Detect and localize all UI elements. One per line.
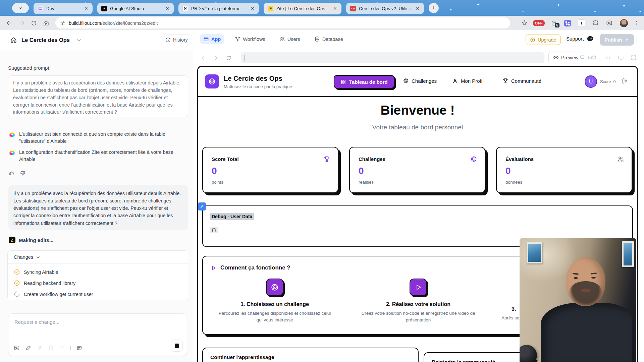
user-avatar[interactable]: U: [585, 75, 597, 88]
preview-toggle-button[interactable]: Preview: [548, 52, 583, 63]
thumbs-up-icon[interactable]: [9, 170, 14, 176]
comment-icon[interactable]: [76, 345, 82, 351]
history-button[interactable]: History: [161, 35, 192, 45]
image-icon[interactable]: [14, 345, 20, 351]
score-badge: Score: 0: [600, 79, 616, 84]
purple-extension-icon[interactable]: [564, 20, 571, 26]
status-row: Making edits...: [9, 237, 53, 243]
nav-mon-profil[interactable]: Mon Profil: [452, 78, 484, 84]
edit-toggle-button[interactable]: Edit: [580, 54, 596, 60]
lightning-bolt-icon: [625, 38, 629, 42]
tab-app-label: App: [211, 37, 221, 42]
browser-tab-cercle-v2[interactable]: Cercle des Ops v2: Utilisa ✕: [346, 3, 424, 14]
support-button[interactable]: Support: [566, 35, 594, 42]
person-body: [541, 303, 632, 362]
responsive-device-icon[interactable]: [618, 55, 624, 61]
changes-header[interactable]: Changes: [8, 251, 188, 264]
workspace-title[interactable]: Le Cercle des Ops: [21, 37, 70, 43]
change-label: Reading backend library: [24, 281, 75, 286]
check-circle-icon: [14, 269, 20, 275]
nav-challenges[interactable]: Challenges: [403, 78, 437, 84]
brush-icon[interactable]: [25, 345, 32, 351]
tab-close-icon[interactable]: ✕: [415, 5, 421, 11]
site-info-icon[interactable]: [60, 20, 65, 26]
change-label: Create workflow get current user: [24, 292, 93, 297]
tab-close-icon[interactable]: ✕: [164, 5, 170, 11]
browser-tab-dev[interactable]: Dev ✕: [34, 3, 93, 14]
learning-card: Continuer l'apprentissage: [202, 348, 419, 362]
suggested-prompt-card[interactable]: Il y a un problème avec la récupération …: [8, 75, 188, 117]
text-icon-faded[interactable]: [59, 345, 65, 351]
assistant-result-row: L'utilisateur est bien connecté et que s…: [9, 131, 186, 144]
person-beard: [569, 281, 602, 305]
changes-card: Changes Syncing Airtable Reading backend…: [7, 250, 188, 300]
nav-tableau-de-bord[interactable]: Tableau de bord: [334, 75, 394, 88]
workspace-home-icon[interactable]: [10, 37, 17, 44]
mic-icon-faded[interactable]: [37, 345, 43, 351]
thumbs-down-icon[interactable]: [20, 170, 25, 176]
browser-tab-zite-active[interactable]: Zite | Le Cercle des Ops ✕: [264, 3, 341, 14]
url-domain: build.fillout.com: [69, 20, 101, 26]
tab-database[interactable]: Database: [311, 34, 346, 44]
preview-forward-icon[interactable]: [213, 55, 219, 61]
url-text: build.fillout.com/editor/zite/i8scnms2qz…: [69, 20, 158, 26]
home-icon[interactable]: [43, 20, 49, 26]
puzzle-icon[interactable]: [592, 20, 599, 26]
ai-studio-favicon-icon: [101, 6, 107, 11]
users-icon: [279, 36, 285, 42]
tab-close-icon[interactable]: ✕: [83, 5, 89, 11]
workspace-chevron-down-icon[interactable]: [76, 38, 82, 43]
browser-profile-avatar[interactable]: [620, 19, 628, 27]
publish-label: Publish: [604, 37, 622, 43]
preview-reload-icon[interactable]: [226, 55, 231, 61]
tab-search-button[interactable]: [12, 3, 29, 13]
tab-users[interactable]: Users: [276, 34, 304, 44]
stat-label: Score Total: [212, 156, 239, 162]
play-icon: [410, 279, 427, 296]
changes-label: Changes: [14, 254, 33, 260]
off-extension-badge[interactable]: OFF: [533, 20, 545, 26]
ghost-extension-icon[interactable]: 6: [551, 20, 557, 26]
tab-app[interactable]: App: [200, 34, 224, 44]
stop-button[interactable]: [171, 340, 183, 352]
logout-icon[interactable]: [622, 78, 628, 84]
browser-tab-ai-studio[interactable]: Google AI Studio ✕: [97, 3, 174, 14]
tab-close-icon[interactable]: ✕: [332, 5, 338, 11]
reload-icon[interactable]: [31, 20, 37, 26]
target-icon: [266, 279, 283, 296]
request-change-input[interactable]: [8, 314, 187, 334]
nav-communaute[interactable]: Communauté: [502, 78, 541, 84]
stat-label: Évaluations: [505, 156, 534, 162]
fullscreen-icon[interactable]: [631, 55, 637, 61]
screen-share-icon[interactable]: [606, 20, 612, 26]
preview-address-bar[interactable]: [241, 52, 544, 63]
element-selection-badge[interactable]: [198, 202, 206, 210]
forward-icon[interactable]: [18, 20, 25, 26]
browser-menu-icon[interactable]: ⋮: [634, 20, 639, 26]
debug-title[interactable]: Debug - User Data: [210, 213, 254, 220]
extension-counter-badge: 6: [555, 23, 559, 27]
tab-workflows-label: Workflows: [243, 37, 265, 42]
url-bar[interactable]: build.fillout.com/editor/zite/i8scnms2qz…: [55, 17, 510, 28]
code-icon[interactable]: [605, 55, 611, 61]
preview-back-icon[interactable]: [201, 55, 206, 61]
browser-tab-prd[interactable]: PRD v2 de la plateforme ✕: [178, 3, 259, 14]
edit-toggle-label: Edit: [588, 55, 596, 60]
preview-toolbar: Preview Edit: [193, 50, 644, 66]
publish-button[interactable]: Publish: [600, 34, 634, 46]
person-icon: [452, 78, 458, 84]
panel-divider: [0, 61, 193, 61]
upgrade-button[interactable]: Upgrade: [526, 35, 561, 45]
new-tab-button[interactable]: +: [429, 3, 439, 13]
tab-title: Cercle des Ops v2: Utilisa: [359, 6, 412, 11]
back-icon[interactable]: [6, 20, 12, 26]
change-item: Create workflow get current user: [8, 289, 188, 300]
step-title: 1. Choisissez un challenge: [203, 301, 346, 307]
trophy-icon: [323, 156, 330, 163]
bookmark-star-icon[interactable]: [521, 20, 528, 26]
tab-workflows[interactable]: Workflows: [231, 34, 269, 44]
document-icon-faded[interactable]: [48, 345, 54, 351]
reader-extension-icon[interactable]: I: [578, 20, 585, 26]
dev-favicon-icon: [38, 6, 43, 11]
tab-close-icon[interactable]: ✕: [250, 5, 256, 11]
